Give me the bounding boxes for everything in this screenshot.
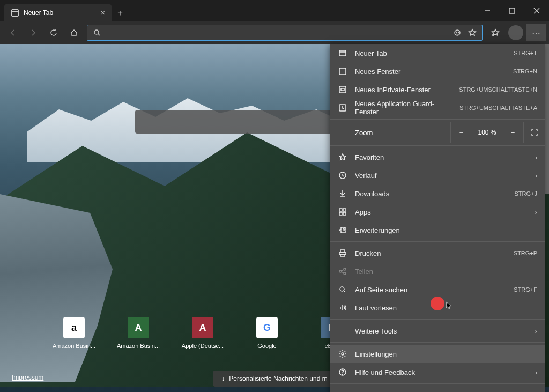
svg-rect-15 <box>339 50 346 56</box>
menu-favorites[interactable]: Favoriten› <box>330 148 545 166</box>
chevron-right-icon: › <box>535 153 537 161</box>
titlebar: Neuer Tab × ＋ <box>0 0 549 21</box>
svg-rect-31 <box>340 254 345 256</box>
impressum-link[interactable]: Impressum <box>12 374 43 381</box>
menu-zoom: Zoom − 100 % + <box>330 122 545 143</box>
menu-separator <box>330 319 545 320</box>
svg-line-35 <box>342 270 344 271</box>
menu-new-tab[interactable]: Neuer TabSTRG+T <box>330 44 545 62</box>
share-icon <box>338 267 347 276</box>
address-bar[interactable] <box>87 25 483 41</box>
menu-apps[interactable]: Apps› <box>330 203 545 221</box>
tile-icon: a <box>63 317 85 338</box>
tile-icon: A <box>128 317 149 338</box>
browser-tab[interactable]: Neuer Tab × <box>4 4 112 21</box>
download-icon <box>338 189 347 198</box>
quick-link-tile[interactable]: GGoogle <box>241 317 293 349</box>
read-aloud-icon <box>338 303 347 313</box>
zoom-label: Zoom <box>330 129 450 137</box>
quick-link-tile[interactable]: aAmazon Busin... <box>48 317 100 349</box>
inprivate-icon <box>338 85 347 94</box>
minimize-button[interactable] <box>475 2 500 19</box>
zoom-out-button[interactable]: − <box>450 122 472 143</box>
svg-rect-28 <box>343 212 346 215</box>
favorites-button[interactable] <box>486 24 505 41</box>
menu-separator <box>330 241 545 242</box>
quick-link-tile[interactable]: AApple (Deutsc... <box>177 317 228 349</box>
svg-point-39 <box>342 353 344 355</box>
svg-point-6 <box>94 30 99 34</box>
reading-list-icon[interactable] <box>452 27 463 38</box>
svg-point-9 <box>456 32 457 33</box>
quick-link-tile[interactable]: AAmazon Busin... <box>113 317 164 349</box>
svg-line-38 <box>344 291 345 292</box>
fullscreen-button[interactable] <box>523 122 545 143</box>
history-icon <box>338 171 347 180</box>
svg-point-32 <box>339 270 342 272</box>
cursor-icon <box>445 301 454 312</box>
quick-links: aAmazon Busin... AAmazon Busin... AApple… <box>48 317 357 349</box>
search-icon <box>92 27 102 38</box>
help-icon <box>338 367 347 377</box>
menu-extensions[interactable]: Erweiterungen <box>330 221 545 239</box>
svg-marker-21 <box>339 154 346 160</box>
menu-print[interactable]: DruckenSTRG+P <box>330 244 545 262</box>
tile-label: Amazon Busin... <box>113 343 164 349</box>
menu-new-appguard[interactable]: Neues Application Guard-FensterSTRG+UMSC… <box>330 99 545 117</box>
svg-point-10 <box>458 32 459 33</box>
tab-page-icon <box>11 9 19 17</box>
tile-label: Google <box>241 343 293 349</box>
svg-rect-17 <box>339 68 346 75</box>
arrow-down-icon: ↓ <box>221 375 225 382</box>
menu-more-tools[interactable]: Weitere Tools› <box>330 322 545 340</box>
menu-history[interactable]: Verlauf› <box>330 166 545 184</box>
toolbar: ⋯ <box>0 21 549 44</box>
back-button[interactable] <box>3 24 23 41</box>
home-button[interactable] <box>64 24 84 41</box>
svg-rect-18 <box>339 86 346 93</box>
chevron-right-icon: › <box>535 327 537 335</box>
menu-separator <box>330 342 545 343</box>
svg-rect-26 <box>343 209 346 211</box>
more-menu-button[interactable]: ⋯ <box>526 24 546 41</box>
menu-share: Teilen <box>330 262 545 280</box>
menu-downloads[interactable]: DownloadsSTRG+J <box>330 184 545 203</box>
svg-marker-11 <box>469 29 476 35</box>
svg-rect-19 <box>341 88 344 91</box>
svg-point-34 <box>344 272 346 275</box>
highlight-marker <box>431 297 444 310</box>
zoom-in-button[interactable]: + <box>502 122 523 143</box>
window-controls <box>475 2 549 19</box>
menu-separator <box>330 145 545 146</box>
chevron-right-icon: › <box>535 368 537 376</box>
news-text: Personalisierte Nachrichten und m <box>229 375 327 382</box>
svg-point-41 <box>343 374 343 375</box>
forward-button[interactable] <box>24 24 43 41</box>
new-tab-button[interactable]: ＋ <box>112 4 129 21</box>
menu-settings[interactable]: Einstellungen <box>330 345 545 363</box>
maximize-button[interactable] <box>500 2 524 19</box>
appguard-icon <box>338 103 347 113</box>
new-window-icon <box>338 66 347 76</box>
menu-new-window[interactable]: Neues FensterSTRG+N <box>330 62 545 80</box>
menu-new-inprivate[interactable]: Neues InPrivate-FensterSTRG+UMSCHALTTAST… <box>330 80 545 99</box>
tile-label: Amazon Busin... <box>48 343 100 349</box>
refresh-button[interactable] <box>44 24 63 41</box>
tab-close-icon[interactable]: × <box>101 9 105 17</box>
menu-close-edge[interactable]: Microsoft Edge schließen <box>330 386 545 392</box>
favorite-star-icon[interactable] <box>467 27 478 38</box>
menu-help[interactable]: Hilfe und Feedback› <box>330 363 545 381</box>
news-banner[interactable]: ↓ Personalisierte Nachrichten und m <box>213 371 336 387</box>
tile-label: Apple (Deutsc... <box>177 343 228 349</box>
svg-point-37 <box>340 287 344 291</box>
menu-find[interactable]: Auf Seite suchenSTRG+F <box>330 280 545 299</box>
svg-line-36 <box>342 272 344 273</box>
close-window-button[interactable] <box>524 2 549 19</box>
chevron-right-icon: › <box>535 172 537 180</box>
svg-rect-27 <box>339 212 342 215</box>
apps-icon <box>338 207 347 217</box>
profile-avatar[interactable] <box>508 25 523 40</box>
settings-menu: Neuer TabSTRG+T Neues FensterSTRG+N Neue… <box>330 44 545 392</box>
find-icon <box>338 285 347 294</box>
zoom-value: 100 % <box>472 122 502 143</box>
